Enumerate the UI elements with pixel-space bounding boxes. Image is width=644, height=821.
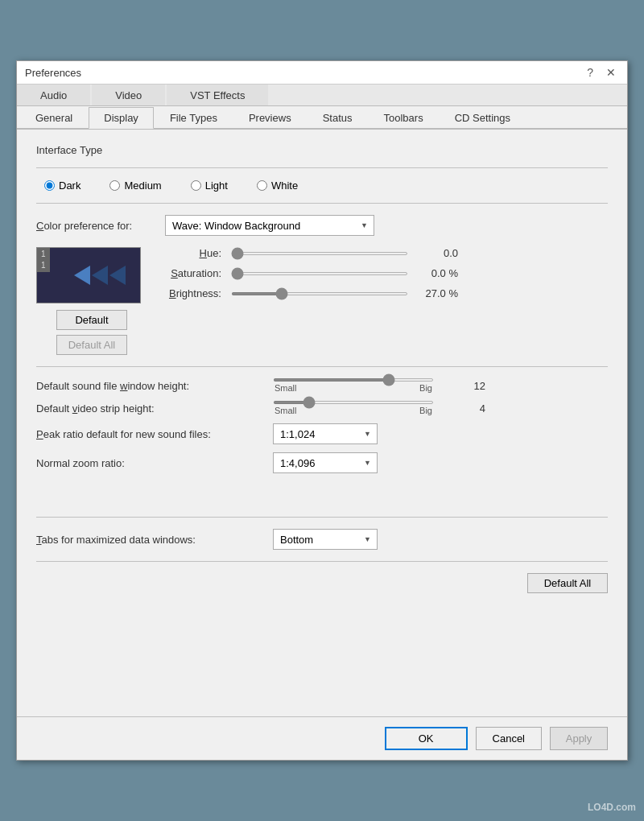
wave-preview: 11	[36, 247, 141, 303]
tab-toolbars[interactable]: Toolbars	[369, 107, 439, 129]
sub-tab-row: General Display File Types Previews Stat…	[17, 106, 627, 130]
divider-4	[36, 517, 608, 518]
default-all-button[interactable]: Default All	[56, 335, 128, 355]
preferences-dialog: Preferences ? ✕ Audio Video VST Effects …	[16, 60, 628, 761]
divider-5	[36, 561, 608, 562]
saturation-slider[interactable]	[231, 272, 408, 275]
close-button[interactable]: ✕	[603, 66, 619, 79]
help-button[interactable]: ?	[584, 66, 597, 79]
radio-dark[interactable]: Dark	[44, 179, 80, 192]
wave-preview-container: 11 Default Default All	[36, 247, 141, 355]
tabs-maximized-dropdown[interactable]: Bottom	[273, 529, 378, 550]
tabs-maximized-row: Tabs for maximized data windows: Bottom	[36, 529, 608, 550]
cancel-button[interactable]: Cancel	[476, 727, 542, 750]
title-bar-controls: ? ✕	[584, 66, 619, 79]
divider-2	[36, 203, 608, 204]
bottom-buttons-row: OK Cancel Apply	[17, 716, 627, 760]
brightness-slider[interactable]	[231, 292, 408, 295]
sliders-section: Hue: 0.0 Saturation: 0.0 % Brightness: 2…	[157, 247, 608, 355]
top-tab-row: Audio Video VST Effects	[17, 85, 627, 106]
video-height-small-label: Small	[275, 406, 297, 415]
tab-vst-effects[interactable]: VST Effects	[167, 85, 268, 105]
divider-1	[36, 167, 608, 168]
zoom-ratio-label: Normal zoom ratio:	[36, 457, 262, 469]
brightness-label: Brightness:	[157, 287, 221, 299]
video-height-slider-container: Small Big	[273, 401, 434, 415]
tab-status[interactable]: Status	[308, 107, 368, 129]
default-button[interactable]: Default	[56, 310, 128, 330]
tab-cd-settings[interactable]: CD Settings	[440, 107, 526, 129]
peak-ratio-label: Peak ratio default for new sound files:	[36, 428, 262, 440]
window-height-label: Default sound file window height:	[36, 380, 262, 392]
color-pref-row: Color preference for: Wave: Window Backg…	[36, 215, 608, 236]
radio-medium[interactable]: Medium	[109, 179, 161, 192]
color-pref-dropdown-wrapper: Wave: Window Background	[165, 215, 374, 236]
main-content: Interface Type Dark Medium Light White	[17, 130, 627, 716]
tabs-maximized-dropdown-wrapper: Bottom	[273, 529, 378, 550]
hue-row: Hue: 0.0	[157, 247, 608, 259]
video-height-sub-labels: Small Big	[273, 406, 434, 415]
radio-medium-input[interactable]	[109, 180, 120, 191]
hue-label: Hue:	[157, 247, 221, 259]
zoom-ratio-dropdown-wrapper: 1:4,096	[273, 452, 378, 473]
tab-video[interactable]: Video	[92, 85, 165, 105]
peak-ratio-dropdown-wrapper: 1:1,024	[273, 423, 378, 444]
tabs-maximized-label: Tabs for maximized data windows:	[36, 534, 262, 546]
interface-type-options: Dark Medium Light White	[44, 179, 608, 192]
video-height-slider[interactable]	[273, 401, 434, 404]
window-height-slider[interactable]	[273, 378, 434, 382]
hue-slider[interactable]	[231, 252, 408, 255]
window-height-sub-labels: Small Big	[273, 383, 434, 393]
video-height-big-label: Big	[419, 406, 432, 415]
radio-white[interactable]: White	[257, 179, 298, 192]
video-height-value: 4	[445, 402, 485, 415]
saturation-value: 0.0 %	[418, 267, 458, 279]
color-pref-dropdown[interactable]: Wave: Window Background	[165, 215, 374, 236]
hue-value: 0.0	[418, 247, 458, 259]
peak-ratio-row: Peak ratio default for new sound files: …	[36, 423, 608, 444]
bottom-default-all-button[interactable]: Default All	[527, 573, 608, 593]
saturation-row: Saturation: 0.0 %	[157, 267, 608, 279]
color-section: 11 Default Default All	[36, 247, 608, 355]
brightness-row: Brightness: 27.0 %	[157, 287, 608, 299]
divider-3	[36, 366, 608, 367]
brightness-value: 27.0 %	[418, 287, 458, 299]
tab-file-types[interactable]: File Types	[155, 107, 233, 129]
window-height-big-label: Big	[419, 383, 432, 393]
radio-white-label: White	[271, 179, 298, 192]
peak-ratio-dropdown[interactable]: 1:1,024	[273, 423, 378, 444]
default-buttons: Default Default All	[56, 310, 128, 355]
interface-type-label: Interface Type	[36, 144, 608, 156]
radio-dark-label: Dark	[59, 179, 80, 192]
zoom-ratio-row: Normal zoom ratio: 1:4,096	[36, 452, 608, 473]
video-height-row: Default video strip height: Small Big 4	[36, 401, 608, 415]
title-bar: Preferences ? ✕	[17, 61, 627, 85]
apply-button[interactable]: Apply	[550, 727, 608, 750]
window-height-value: 12	[445, 380, 485, 392]
tab-previews[interactable]: Previews	[233, 107, 307, 129]
window-height-row: Default sound file window height: Small …	[36, 378, 608, 393]
tab-general[interactable]: General	[20, 107, 88, 129]
video-height-label: Default video strip height:	[36, 402, 262, 415]
saturation-label: Saturation:	[157, 267, 221, 279]
radio-dark-input[interactable]	[44, 180, 55, 191]
color-pref-label: Color preference for:	[36, 220, 149, 232]
window-height-slider-container: Small Big	[273, 378, 434, 393]
radio-light-label: Light	[205, 179, 228, 192]
ok-button[interactable]: OK	[385, 727, 468, 750]
radio-medium-label: Medium	[124, 179, 161, 192]
tab-audio[interactable]: Audio	[17, 85, 90, 105]
zoom-ratio-dropdown[interactable]: 1:4,096	[273, 452, 378, 473]
radio-light-input[interactable]	[191, 180, 201, 191]
radio-light[interactable]: Light	[191, 179, 228, 192]
dialog-title: Preferences	[25, 67, 81, 79]
radio-white-input[interactable]	[257, 180, 267, 191]
window-height-small-label: Small	[275, 383, 297, 393]
watermark: LO4D.com	[588, 802, 636, 813]
tab-display[interactable]: Display	[89, 107, 154, 129]
